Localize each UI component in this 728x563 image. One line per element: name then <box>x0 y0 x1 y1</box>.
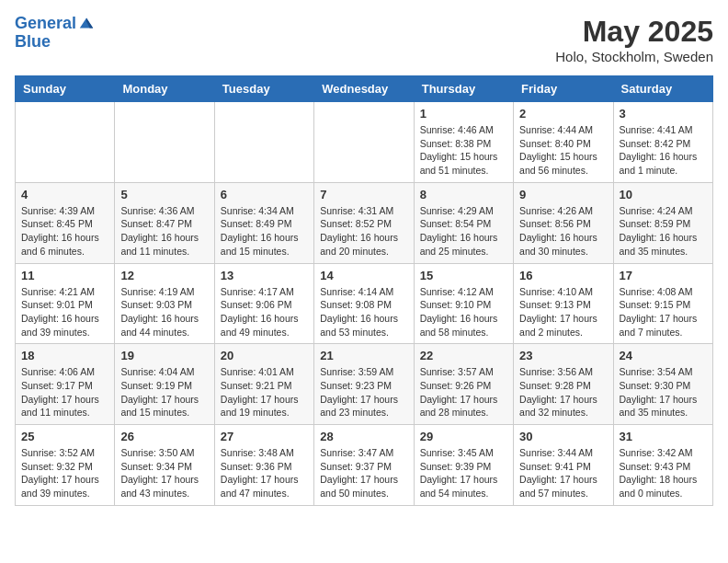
day-number: 7 <box>320 188 407 201</box>
calendar-cell: 24Sunrise: 3:54 AMSunset: 9:30 PMDayligh… <box>613 344 712 425</box>
day-number: 26 <box>120 430 208 443</box>
logo-text-line2: Blue <box>15 33 95 52</box>
calendar-cell: 17Sunrise: 4:08 AMSunset: 9:15 PMDayligh… <box>613 263 712 344</box>
day-number: 15 <box>420 269 507 282</box>
day-info: Sunrise: 4:17 AM <box>221 285 308 299</box>
main-title: May 2025 <box>555 15 713 49</box>
calendar-cell: 4Sunrise: 4:39 AMSunset: 8:45 PMDaylight… <box>16 182 115 263</box>
day-number: 17 <box>620 269 707 282</box>
day-info: Sunrise: 4:06 AM <box>21 365 108 379</box>
day-info: Sunrise: 3:52 AM <box>21 446 108 460</box>
day-info: Sunrise: 3:56 AM <box>519 365 607 379</box>
calendar-week-4: 18Sunrise: 4:06 AMSunset: 9:17 PMDayligh… <box>16 344 713 425</box>
day-info: Sunrise: 4:01 AM <box>221 365 308 379</box>
day-info: Daylight: 16 hours and 53 minutes. <box>320 312 407 339</box>
calendar-cell: 2Sunrise: 4:44 AMSunset: 8:40 PMDaylight… <box>514 102 613 183</box>
calendar-week-1: 1Sunrise: 4:46 AMSunset: 8:38 PMDaylight… <box>16 102 713 183</box>
calendar-cell: 12Sunrise: 4:19 AMSunset: 9:03 PMDayligh… <box>115 263 214 344</box>
day-info: Sunset: 8:47 PM <box>120 217 208 231</box>
calendar-cell: 15Sunrise: 4:12 AMSunset: 9:10 PMDayligh… <box>414 263 513 344</box>
day-info: Daylight: 17 hours and 32 minutes. <box>519 393 607 419</box>
day-number: 27 <box>221 430 308 443</box>
day-info: Daylight: 16 hours and 35 minutes. <box>620 231 707 258</box>
calendar-cell: 21Sunrise: 3:59 AMSunset: 9:23 PMDayligh… <box>314 344 414 425</box>
day-number: 5 <box>120 188 208 201</box>
day-info: Sunset: 8:42 PM <box>620 137 707 151</box>
day-info: Sunrise: 4:46 AM <box>420 123 507 137</box>
day-info: Sunrise: 3:59 AM <box>320 365 407 379</box>
day-number: 3 <box>620 107 707 121</box>
day-info: Daylight: 16 hours and 39 minutes. <box>21 312 108 339</box>
calendar-cell: 26Sunrise: 3:50 AMSunset: 9:34 PMDayligh… <box>115 425 214 506</box>
day-info: Sunset: 9:03 PM <box>120 298 208 312</box>
logo: General Blue <box>15 15 95 52</box>
col-header-friday: Friday <box>514 76 613 102</box>
day-info: Daylight: 16 hours and 49 minutes. <box>221 312 308 339</box>
day-number: 29 <box>420 430 507 443</box>
day-info: Sunset: 9:30 PM <box>620 379 707 393</box>
day-number: 14 <box>320 269 407 282</box>
day-number: 16 <box>519 269 607 282</box>
calendar-cell <box>314 102 414 183</box>
calendar-cell: 27Sunrise: 3:48 AMSunset: 9:36 PMDayligh… <box>214 425 313 506</box>
title-area: May 2025 Holo, Stockholm, Sweden <box>555 15 713 64</box>
calendar-header-row: SundayMondayTuesdayWednesdayThursdayFrid… <box>16 76 713 102</box>
calendar-cell: 13Sunrise: 4:17 AMSunset: 9:06 PMDayligh… <box>214 263 313 344</box>
day-number: 12 <box>120 269 208 282</box>
day-number: 31 <box>620 430 707 443</box>
day-info: Daylight: 17 hours and 47 minutes. <box>221 473 308 500</box>
day-number: 28 <box>320 430 407 443</box>
day-info: Sunset: 9:01 PM <box>21 298 108 312</box>
calendar-cell: 28Sunrise: 3:47 AMSunset: 9:37 PMDayligh… <box>314 425 414 506</box>
day-number: 2 <box>519 107 607 121</box>
calendar-week-3: 11Sunrise: 4:21 AMSunset: 9:01 PMDayligh… <box>16 263 713 344</box>
calendar-cell: 8Sunrise: 4:29 AMSunset: 8:54 PMDaylight… <box>414 182 513 263</box>
calendar-week-2: 4Sunrise: 4:39 AMSunset: 8:45 PMDaylight… <box>16 182 713 263</box>
day-info: Daylight: 17 hours and 39 minutes. <box>21 473 108 500</box>
day-info: Sunset: 8:52 PM <box>320 217 407 231</box>
calendar-cell: 5Sunrise: 4:36 AMSunset: 8:47 PMDaylight… <box>115 182 214 263</box>
calendar-cell: 16Sunrise: 4:10 AMSunset: 9:13 PMDayligh… <box>514 263 613 344</box>
day-info: Sunset: 9:23 PM <box>320 379 407 393</box>
day-number: 8 <box>420 188 507 201</box>
day-info: Sunset: 9:13 PM <box>519 298 607 312</box>
day-number: 10 <box>620 188 707 201</box>
day-info: Daylight: 17 hours and 57 minutes. <box>519 473 607 500</box>
calendar-cell: 30Sunrise: 3:44 AMSunset: 9:41 PMDayligh… <box>514 425 613 506</box>
calendar-cell: 18Sunrise: 4:06 AMSunset: 9:17 PMDayligh… <box>16 344 115 425</box>
day-info: Sunrise: 4:19 AM <box>120 285 208 299</box>
day-info: Sunrise: 4:26 AM <box>519 204 607 218</box>
day-info: Sunrise: 4:44 AM <box>519 123 607 137</box>
col-header-tuesday: Tuesday <box>214 76 313 102</box>
day-info: Sunrise: 4:31 AM <box>320 204 407 218</box>
day-info: Sunrise: 4:14 AM <box>320 285 407 299</box>
day-info: Daylight: 17 hours and 19 minutes. <box>221 393 308 419</box>
day-number: 9 <box>519 188 607 201</box>
day-info: Daylight: 18 hours and 0 minutes. <box>620 473 707 500</box>
calendar-cell: 11Sunrise: 4:21 AMSunset: 9:01 PMDayligh… <box>16 263 115 344</box>
day-number: 25 <box>21 430 108 443</box>
day-info: Daylight: 16 hours and 11 minutes. <box>120 231 208 258</box>
day-info: Daylight: 17 hours and 43 minutes. <box>120 473 208 500</box>
day-info: Daylight: 17 hours and 11 minutes. <box>21 393 108 419</box>
day-info: Sunset: 9:26 PM <box>420 379 507 393</box>
header: General Blue May 2025 Holo, Stockholm, S… <box>15 15 713 64</box>
day-info: Sunrise: 3:48 AM <box>221 446 308 460</box>
col-header-wednesday: Wednesday <box>314 76 414 102</box>
calendar-week-5: 25Sunrise: 3:52 AMSunset: 9:32 PMDayligh… <box>16 425 713 506</box>
day-info: Sunset: 8:59 PM <box>620 217 707 231</box>
logo-text-line1: General <box>15 15 76 33</box>
calendar-cell: 6Sunrise: 4:34 AMSunset: 8:49 PMDaylight… <box>214 182 313 263</box>
day-info: Sunset: 9:06 PM <box>221 298 308 312</box>
day-info: Sunrise: 4:08 AM <box>620 285 707 299</box>
col-header-thursday: Thursday <box>414 76 513 102</box>
day-info: Sunset: 9:32 PM <box>21 460 108 474</box>
day-info: Sunset: 9:34 PM <box>120 460 208 474</box>
day-info: Sunrise: 4:21 AM <box>21 285 108 299</box>
day-number: 13 <box>221 269 308 282</box>
col-header-saturday: Saturday <box>613 76 712 102</box>
calendar-cell: 1Sunrise: 4:46 AMSunset: 8:38 PMDaylight… <box>414 102 513 183</box>
day-info: Daylight: 17 hours and 54 minutes. <box>420 473 507 500</box>
day-info: Sunrise: 4:10 AM <box>519 285 607 299</box>
col-header-monday: Monday <box>115 76 214 102</box>
